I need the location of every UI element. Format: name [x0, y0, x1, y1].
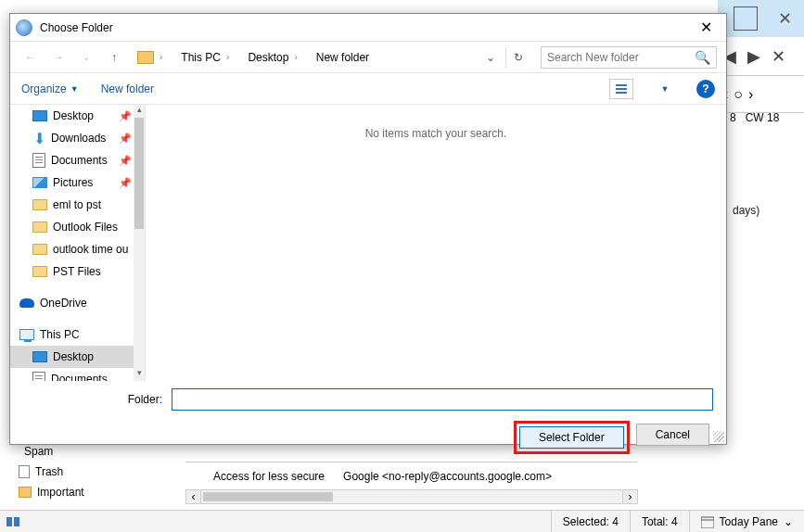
status-total: Total: 4	[630, 511, 689, 533]
crumb-label: Desktop	[248, 51, 288, 64]
tree-item-outlookfiles[interactable]: Outlook Files	[10, 216, 145, 238]
activity-icon[interactable]	[4, 513, 24, 531]
folder-icon	[19, 487, 32, 498]
help-button[interactable]: ?	[696, 80, 715, 98]
tree-item-desktop[interactable]: Desktop📌	[10, 105, 145, 127]
tree-label: Downloads	[51, 132, 106, 145]
folder-icon	[32, 222, 47, 233]
chevron-right-icon: ›	[160, 52, 162, 62]
onedrive-icon	[19, 298, 34, 308]
search-input[interactable]	[547, 51, 695, 64]
address-dropdown[interactable]: ⌄	[481, 46, 500, 69]
breadcrumb-desktop[interactable]: Desktop›	[241, 47, 303, 68]
today-pane-label: Today Pane	[720, 515, 778, 528]
close-tab-icon[interactable]: ✕	[772, 46, 785, 67]
chevron-down-icon: ⌄	[784, 515, 793, 528]
tree-item-important[interactable]: Important	[13, 482, 84, 502]
tree-item-pst[interactable]: PST Files	[10, 260, 145, 283]
tree-label: This PC	[40, 328, 80, 341]
bg-window-titlebar: ✕	[718, 0, 804, 37]
tree-item-documents[interactable]: Documents📌	[10, 149, 145, 171]
app-icon	[16, 19, 32, 36]
tree-scrollbar[interactable]: ▴ ▾	[134, 105, 145, 381]
address-bar: ← → ⌄ ↑ › This PC› Desktop› New folder ⌄…	[10, 42, 726, 73]
week-label: 8 CW 18	[730, 111, 779, 124]
folder-icon	[137, 51, 154, 64]
tree-item-thispc[interactable]: This PC	[10, 323, 145, 346]
dialog-titlebar[interactable]: Choose Folder ✕	[10, 14, 726, 42]
tree-item-pictures[interactable]: Pictures📌	[10, 171, 145, 194]
tree-item-outlooktb[interactable]: outlook time ou	[10, 238, 145, 260]
chevron-right-icon: ›	[226, 52, 229, 62]
folder-name-input[interactable]	[172, 388, 713, 411]
tree-label: Documents	[51, 154, 108, 167]
breadcrumb-root[interactable]: ›	[131, 47, 169, 68]
close-window-icon[interactable]: ✕	[765, 0, 804, 37]
tree-label: Desktop	[53, 109, 94, 122]
maximize-icon[interactable]	[734, 6, 758, 31]
tree-item-downloads[interactable]: ⬇Downloads📌	[10, 127, 145, 149]
scroll-thumb[interactable]	[134, 118, 144, 229]
search-box[interactable]: 🔍	[541, 46, 717, 69]
search-icon[interactable]: 🔍	[695, 50, 710, 65]
organize-label: Organize	[21, 82, 67, 95]
calendar-icon	[701, 515, 714, 528]
pin-icon[interactable]: 📌	[119, 133, 132, 145]
resize-grip[interactable]	[713, 431, 724, 442]
scroll-thumb[interactable]	[203, 492, 333, 501]
breadcrumb-newfolder[interactable]: New folder	[310, 47, 376, 68]
tree-item-documents2[interactable]: Documents	[10, 368, 145, 381]
pin-icon[interactable]: 📌	[119, 155, 132, 167]
svg-rect-2	[701, 517, 714, 528]
mail-list-row[interactable]: Access for less secure Google <no-reply@…	[185, 462, 637, 489]
tree-label: PST Files	[53, 265, 101, 278]
pin-icon[interactable]: 📌	[119, 110, 132, 122]
next-week-icon[interactable]: ›	[748, 86, 753, 103]
scroll-right-icon[interactable]: ›	[622, 490, 637, 503]
crumb-label: New folder	[316, 51, 369, 64]
tree-item-eml[interactable]: eml to pst	[10, 194, 145, 216]
organize-menu[interactable]: Organize▼	[21, 82, 79, 95]
tree-item-desktop2[interactable]: Desktop	[10, 346, 145, 368]
pin-icon[interactable]: 📌	[119, 177, 132, 189]
tree-label: Outlook Files	[53, 221, 118, 234]
select-folder-button[interactable]: Select Folder	[519, 426, 624, 449]
scroll-down-icon[interactable]: ▾	[134, 368, 145, 381]
chevron-right-icon: ›	[294, 52, 297, 62]
trash-icon	[19, 465, 30, 478]
chevron-down-icon: ▼	[70, 84, 79, 94]
cancel-button[interactable]: Cancel	[636, 424, 709, 446]
scroll-left-icon[interactable]: ‹	[186, 490, 201, 503]
dialog-close-button[interactable]: ✕	[691, 16, 721, 40]
tree-item-onedrive[interactable]: OneDrive	[10, 292, 145, 314]
nav-up-button[interactable]: ↑	[103, 46, 125, 69]
navigation-tree: Desktop📌 ⬇Downloads📌 Documents📌 Pictures…	[10, 105, 146, 381]
select-folder-highlight: Select Folder	[517, 424, 627, 451]
next-icon[interactable]: ▶	[747, 46, 760, 67]
nav-back-button[interactable]: ←	[19, 46, 42, 69]
today-icon[interactable]: ○	[734, 86, 743, 103]
folder-icon	[32, 266, 47, 277]
scroll-up-icon[interactable]: ▴	[134, 105, 145, 118]
view-icon	[616, 84, 627, 94]
today-pane-toggle[interactable]: Today Pane ⌄	[689, 511, 804, 533]
bg-toolbar-nav: ◀ ▶ ✕	[718, 37, 804, 76]
view-options-dropdown[interactable]: ▼	[656, 78, 674, 100]
desktop-icon	[32, 351, 47, 362]
document-icon	[32, 153, 45, 168]
new-folder-button[interactable]: New folder	[101, 82, 154, 95]
tree-label: Documents	[51, 373, 108, 381]
refresh-button[interactable]: ↻	[505, 46, 530, 69]
nav-forward-button: →	[47, 46, 70, 69]
horizontal-scrollbar[interactable]: ‹ ›	[185, 489, 638, 504]
view-options-button[interactable]	[609, 79, 633, 99]
dialog-title: Choose Folder	[40, 21, 691, 34]
tree-label: Desktop	[53, 350, 94, 363]
tree-item-trash[interactable]: Trash	[13, 462, 84, 482]
chevron-down-icon[interactable]: ⌄	[75, 46, 97, 69]
days-fragment: days)	[733, 204, 759, 217]
breadcrumb-thispc[interactable]: This PC›	[174, 47, 236, 68]
tree-label: Pictures	[53, 176, 93, 189]
trash-label: Trash	[35, 465, 63, 478]
mail-from: Google <no-reply@accounts.google.com>	[343, 470, 552, 483]
